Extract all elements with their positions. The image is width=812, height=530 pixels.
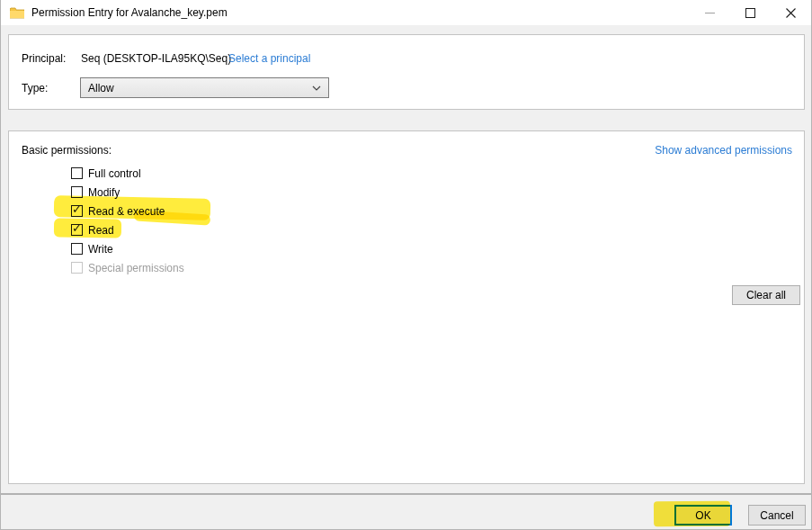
principal-label: Principal: — [22, 52, 66, 65]
permission-row-modify: Modify — [9, 183, 804, 202]
checkbox-read-execute[interactable]: ✓ — [71, 205, 83, 217]
maximize-icon — [745, 8, 755, 18]
type-label: Type: — [22, 82, 48, 94]
checkbox-special-permissions — [71, 262, 83, 274]
checkbox-modify[interactable] — [71, 186, 83, 198]
permission-row-read-execute: ✓Read & execute — [9, 202, 804, 220]
cancel-button[interactable]: Cancel — [748, 505, 806, 526]
close-icon — [786, 8, 796, 18]
permission-label-write: Write — [88, 243, 113, 256]
clear-all-button[interactable]: Clear all — [732, 285, 800, 305]
chevron-down-icon — [312, 84, 321, 93]
permission-row-read: ✓Read — [9, 220, 804, 239]
checkbox-read[interactable]: ✓ — [71, 224, 83, 236]
permission-label-read: Read — [88, 224, 114, 237]
folder-icon — [10, 7, 24, 19]
checkbox-full-control[interactable] — [71, 167, 83, 179]
permission-row-full-control: Full control — [9, 164, 804, 183]
close-button[interactable] — [771, 0, 811, 25]
show-advanced-permissions-link[interactable]: Show advanced permissions — [655, 144, 792, 157]
permissions-panel: Basic permissions: Show advanced permiss… — [8, 130, 805, 484]
minimize-icon — [705, 13, 715, 13]
permission-label-full-control: Full control — [88, 167, 141, 180]
checkbox-write[interactable] — [71, 243, 83, 255]
window-title: Permission Entry for Avalanche_key.pem — [31, 6, 228, 19]
permission-label-special-permissions: Special permissions — [88, 262, 184, 274]
principal-value: Seq (DESKTOP-ILA95KQ\Seq) — [81, 52, 231, 65]
check-icon: ✓ — [72, 203, 82, 215]
permission-label-read-execute: Read & execute — [88, 205, 165, 218]
minimize-button[interactable] — [690, 0, 730, 25]
permission-entry-dialog: { "window": { "title": "Permission Entry… — [0, 0, 812, 530]
window-controls — [690, 0, 811, 25]
permission-list: Full controlModify✓Read & execute✓ReadWr… — [9, 164, 804, 277]
maximize-button[interactable] — [730, 0, 771, 25]
select-principal-link[interactable]: Select a principal — [228, 52, 310, 65]
check-icon: ✓ — [72, 222, 82, 234]
permission-row-write: Write — [9, 239, 804, 258]
basic-permissions-label: Basic permissions: — [22, 144, 112, 157]
permission-label-modify: Modify — [88, 186, 120, 199]
type-dropdown-value: Allow — [88, 82, 312, 94]
principal-panel: Principal: Seq (DESKTOP-ILA95KQ\Seq) Sel… — [8, 34, 805, 110]
ok-button[interactable]: OK — [674, 505, 732, 526]
type-dropdown[interactable]: Allow — [80, 77, 329, 98]
titlebar: Permission Entry for Avalanche_key.pem — [1, 0, 811, 25]
footer-divider — [1, 493, 811, 495]
permission-row-special-permissions: Special permissions — [9, 258, 804, 277]
